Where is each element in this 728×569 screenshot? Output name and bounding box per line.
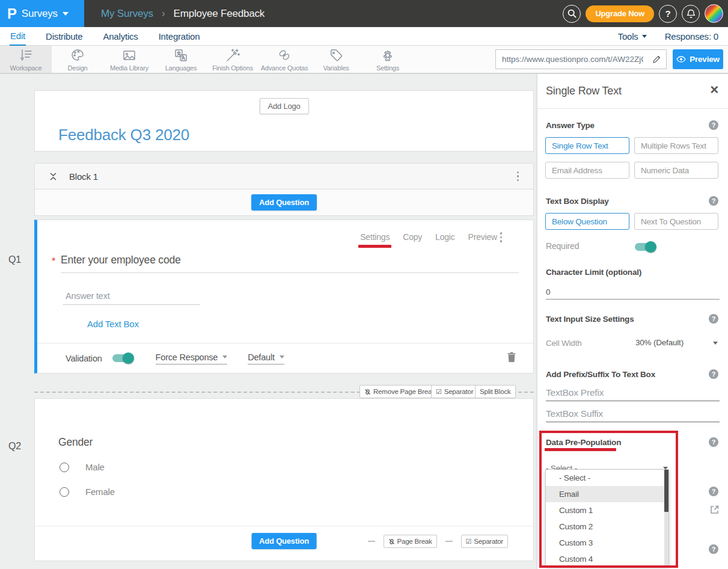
close-icon[interactable]: ×	[710, 82, 718, 97]
top-bar: P Surveys My Surveys › Employee Feedback…	[0, 0, 728, 27]
answer-type-multiple-rows[interactable]: Multiple Rows Text	[634, 137, 718, 154]
answer-type-numeric[interactable]: Numeric Data	[634, 162, 718, 179]
split-block-button[interactable]: Split Block	[475, 385, 516, 398]
topbar-actions: Upgrade Now ?	[563, 0, 723, 27]
textbox-prefix-input[interactable]: TextBox Prefix	[546, 387, 604, 398]
dropdown-option-select[interactable]: - Select -	[546, 470, 668, 486]
question-tabs: Settings Copy Logic Preview	[360, 232, 497, 242]
toolbar-item-advance-quotas[interactable]: Advance Quotas	[258, 46, 310, 73]
help-icon[interactable]: ?	[709, 196, 718, 206]
character-limit-label: Character Limit (optional)	[546, 268, 641, 277]
tab-analytics[interactable]: Analytics	[102, 28, 138, 45]
required-toggle[interactable]	[635, 243, 655, 251]
panel-title: Single Row Text	[546, 85, 622, 97]
upgrade-now-button[interactable]: Upgrade Now	[586, 5, 654, 22]
preview-button[interactable]: Preview	[673, 49, 723, 69]
add-question-button[interactable]: Add Question	[251, 194, 317, 211]
page-break-button[interactable]: Page Break	[384, 535, 437, 548]
block-name[interactable]: Block 1	[69, 171, 98, 182]
help-icon[interactable]: ?	[709, 544, 718, 554]
add-question-button[interactable]: Add Question	[251, 533, 317, 549]
help-icon[interactable]: ?	[709, 120, 718, 130]
product-switcher[interactable]: P Surveys	[0, 0, 84, 27]
question-text-underline	[61, 272, 519, 273]
dropdown-scrollbar[interactable]	[664, 470, 668, 566]
option-female[interactable]: Female	[60, 487, 115, 497]
validation-default-dropdown[interactable]: Default	[248, 352, 284, 364]
add-text-box-link[interactable]: Add Text Box	[87, 319, 139, 329]
question-1-text[interactable]: Enter your employee code	[61, 254, 180, 266]
tab-edit[interactable]: Edit	[10, 28, 26, 46]
add-logo-button[interactable]: Add Logo	[259, 98, 308, 114]
tab-question-preview[interactable]: Preview	[468, 232, 497, 242]
toolbar-item-media-library[interactable]: Media Library	[103, 46, 155, 73]
external-link-button[interactable]	[709, 505, 720, 517]
tab-distribute[interactable]: Distribute	[45, 28, 83, 45]
data-prepopulation-label: Data Pre-Population	[546, 438, 621, 447]
separator-button[interactable]: ☑ Separator	[461, 535, 508, 548]
scrollbar-thumb[interactable]	[664, 470, 668, 512]
user-avatar[interactable]	[705, 4, 723, 23]
toolbar-item-finish-options[interactable]: Finish Options	[207, 46, 258, 73]
help-button[interactable]: ?	[659, 5, 677, 23]
dropdown-option-custom2[interactable]: Custom 2	[546, 518, 668, 535]
answer-text-placeholder[interactable]: Answer text	[66, 291, 110, 301]
help-icon[interactable]: ?	[709, 369, 718, 379]
tab-question-settings[interactable]: Settings	[360, 232, 390, 242]
notifications-button[interactable]	[682, 5, 700, 23]
help-icon[interactable]: ?	[709, 437, 718, 447]
collapse-block-button[interactable]	[49, 173, 57, 180]
bell-icon	[687, 9, 696, 19]
toolbar-item-settings[interactable]: Settings	[362, 46, 414, 73]
help-icon[interactable]: ?	[709, 314, 718, 324]
dropdown-option-email[interactable]: Email	[546, 486, 668, 502]
broken-link-icon	[388, 538, 395, 545]
palette-icon	[70, 48, 85, 63]
textbox-suffix-input[interactable]: TextBox Suffix	[546, 408, 603, 419]
translate-icon	[173, 48, 189, 63]
search-button[interactable]	[563, 5, 581, 23]
question-2-text[interactable]: Gender	[58, 436, 93, 449]
block-menu-button[interactable]	[517, 171, 519, 182]
broken-link-icon	[364, 389, 371, 395]
character-limit-value[interactable]: 0	[546, 288, 550, 297]
breadcrumb-my-surveys[interactable]: My Surveys	[101, 8, 153, 20]
toolbar-item-variables[interactable]: Variables	[310, 46, 362, 73]
help-icon[interactable]: ?	[709, 487, 718, 496]
tab-integration[interactable]: Integration	[158, 28, 201, 45]
checkbox-icon: ☑	[466, 538, 472, 546]
question-menu-button[interactable]	[500, 232, 503, 242]
force-response-dropdown[interactable]: Force Response	[156, 352, 228, 364]
question-2-card: Gender Male Female Add Question Page Bre…	[34, 398, 534, 561]
remove-page-break-button[interactable]: Remove Page Break	[359, 385, 440, 398]
cell-width-value[interactable]: 30% (Default)	[635, 338, 684, 347]
survey-url-input[interactable]	[496, 55, 647, 64]
answer-type-single-row[interactable]: Single Row Text	[545, 137, 629, 154]
survey-title[interactable]: Feedback Q3 2020	[58, 126, 189, 144]
validation-toggle[interactable]	[112, 354, 133, 362]
chevron-down-icon	[280, 355, 284, 358]
required-asterisk: *	[52, 256, 55, 267]
toolbar-item-workspace[interactable]: Workspace	[0, 46, 52, 73]
edit-url-button[interactable]	[647, 50, 666, 69]
tab-question-copy[interactable]: Copy	[403, 232, 422, 242]
responses-count[interactable]: Responses: 0	[665, 31, 718, 42]
dropdown-option-custom3[interactable]: Custom 3	[546, 535, 668, 551]
display-below-question[interactable]: Below Question	[545, 213, 629, 230]
option-male[interactable]: Male	[60, 462, 105, 472]
toolbar-item-design[interactable]: Design	[52, 46, 103, 73]
tab-question-logic[interactable]: Logic	[435, 232, 454, 242]
separator-button[interactable]: ☑ Separator	[431, 385, 478, 398]
tools-menu[interactable]: Tools	[618, 31, 647, 42]
q1-number-label: Q1	[8, 254, 21, 265]
dropdown-option-custom4[interactable]: Custom 4	[546, 551, 668, 567]
delete-question-button[interactable]	[507, 352, 516, 365]
dropdown-option-custom1[interactable]: Custom 1	[546, 502, 668, 518]
radio-icon	[60, 463, 69, 472]
chevron-down-icon[interactable]	[713, 342, 718, 345]
answer-type-email[interactable]: Email Address	[545, 162, 629, 179]
magic-wand-icon	[225, 48, 240, 63]
display-next-to-question[interactable]: Next To Question	[634, 213, 718, 230]
toolbar-item-languages[interactable]: Languages	[155, 46, 207, 73]
eye-icon	[676, 56, 686, 63]
